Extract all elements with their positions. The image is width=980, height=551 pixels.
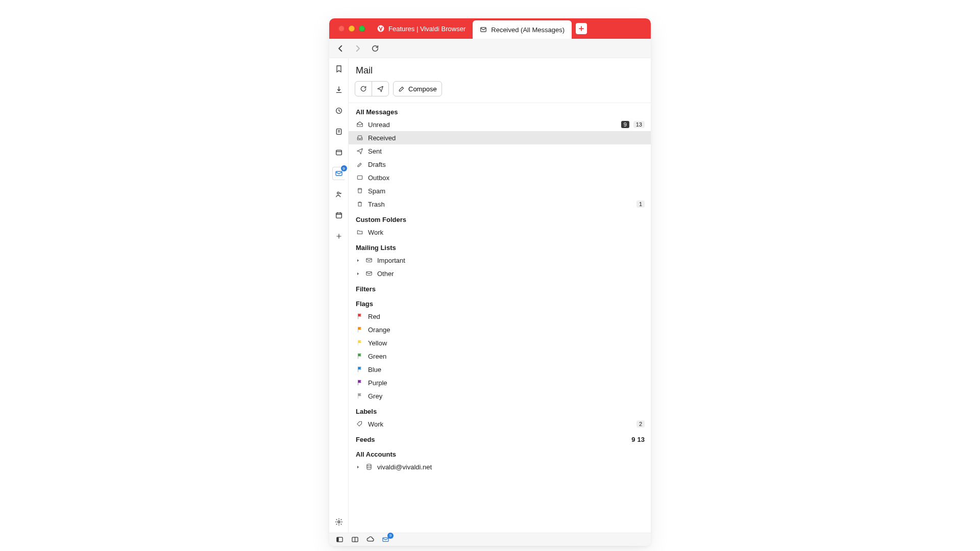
refresh-mail-button[interactable] — [355, 82, 372, 96]
folder-trash[interactable]: Trash 1 — [349, 197, 651, 211]
vivaldi-icon — [377, 25, 384, 32]
folder-drafts[interactable]: Drafts — [349, 158, 651, 171]
expand-icon[interactable] — [356, 271, 361, 276]
unread-badge: 9 — [621, 121, 629, 128]
tab-bar: Features | Vivaldi Browser Received (All… — [329, 18, 651, 39]
downloads-panel-button[interactable] — [332, 83, 346, 96]
flag-green[interactable]: Green — [349, 349, 651, 363]
mail-unread-badge: 9 — [341, 165, 347, 171]
database-icon — [365, 463, 373, 471]
window-close-button[interactable] — [338, 26, 345, 32]
tab-received[interactable]: Received (All Messages) — [473, 20, 572, 39]
settings-panel-button[interactable] — [332, 515, 346, 529]
label-label: Work — [368, 420, 632, 428]
section-filters: Filters — [349, 280, 651, 295]
calendar-panel-button[interactable] — [332, 209, 346, 222]
section-all-accounts: All Accounts — [349, 445, 651, 460]
list-label: Other — [377, 270, 645, 278]
svg-point-8 — [338, 521, 340, 523]
folder-label: Work — [368, 229, 645, 236]
tag-icon — [356, 420, 364, 428]
mailing-list-important[interactable]: Important — [349, 254, 651, 267]
flag-label: Blue — [368, 366, 645, 373]
compose-label: Compose — [408, 85, 437, 93]
flag-label: Purple — [368, 379, 645, 387]
browser-window: Features | Vivaldi Browser Received (All… — [329, 18, 651, 546]
window-panel-button[interactable] — [332, 146, 346, 159]
svg-point-6 — [337, 192, 339, 194]
flag-icon — [356, 365, 364, 373]
svg-point-12 — [367, 464, 371, 466]
trash-count-badge: 1 — [636, 201, 645, 208]
label-work[interactable]: Work 2 — [349, 417, 651, 431]
mail-status-badge: 9 — [387, 533, 394, 539]
notes-panel-button[interactable] — [332, 125, 346, 138]
list-icon — [365, 269, 373, 278]
folder-label: Unread — [368, 121, 617, 129]
tab-label: Features | Vivaldi Browser — [388, 25, 465, 33]
flag-yellow[interactable]: Yellow — [349, 336, 651, 349]
mail-panel-button[interactable]: 9 — [332, 167, 346, 180]
sent-icon — [356, 147, 364, 155]
svg-rect-14 — [336, 537, 338, 542]
list-label: Important — [377, 257, 645, 264]
outbox-icon — [356, 173, 364, 182]
account-row[interactable]: vivaldi@vivaldi.net — [349, 460, 651, 473]
window-fullscreen-button[interactable] — [359, 26, 365, 32]
section-feeds[interactable]: Feeds 9 13 — [349, 431, 651, 445]
folder-label: Spam — [368, 187, 645, 195]
expand-icon[interactable] — [356, 465, 361, 469]
send-receive-button[interactable] — [372, 82, 388, 96]
mail-icon — [480, 26, 487, 33]
panel-toggle-button[interactable] — [334, 535, 345, 545]
section-labels: Labels — [349, 403, 651, 417]
mail-status-button[interactable]: 9 — [380, 535, 390, 545]
window-controls — [333, 26, 370, 32]
status-bar: 9 — [329, 533, 651, 546]
section-label: Feeds — [356, 436, 631, 443]
flag-red[interactable]: Red — [349, 310, 651, 323]
mail-panel-toolbar: Compose — [349, 79, 651, 103]
section-custom-folders: Custom Folders — [349, 211, 651, 226]
window-minimize-button[interactable] — [349, 26, 355, 32]
unread-total-badge: 13 — [633, 121, 645, 128]
folder-unread[interactable]: Unread 9 13 — [349, 118, 651, 131]
expand-icon[interactable] — [356, 258, 361, 263]
folder-spam[interactable]: Spam — [349, 184, 651, 197]
custom-folder-work[interactable]: Work — [349, 226, 651, 239]
flag-icon — [356, 352, 364, 360]
section-all-messages: All Messages — [349, 103, 651, 118]
content-area: 9 Mail — [329, 58, 651, 533]
contacts-panel-button[interactable] — [332, 188, 346, 201]
flag-label: Orange — [368, 326, 645, 334]
flag-icon — [356, 379, 364, 387]
flag-orange[interactable]: Orange — [349, 323, 651, 336]
section-flags: Flags — [349, 295, 651, 310]
compose-button[interactable]: Compose — [394, 82, 442, 96]
history-panel-button[interactable] — [332, 104, 346, 117]
bookmarks-panel-button[interactable] — [332, 62, 346, 76]
flag-grey[interactable]: Grey — [349, 389, 651, 403]
svg-rect-4 — [336, 150, 341, 155]
flag-icon — [356, 312, 364, 320]
reload-button[interactable] — [369, 42, 381, 55]
panel-title: Mail — [349, 58, 651, 79]
new-tab-button[interactable] — [576, 23, 587, 34]
folder-received[interactable]: Received — [349, 131, 651, 144]
flag-purple[interactable]: Purple — [349, 376, 651, 389]
mailing-list-other[interactable]: Other — [349, 267, 651, 280]
folder-label: Trash — [368, 201, 632, 208]
flag-label: Red — [368, 313, 645, 320]
add-panel-button[interactable] — [332, 230, 346, 243]
flag-icon — [356, 339, 364, 347]
drafts-icon — [356, 160, 364, 168]
forward-button[interactable] — [352, 42, 364, 55]
back-button[interactable] — [334, 42, 347, 55]
folder-sent[interactable]: Sent — [349, 144, 651, 158]
flag-blue[interactable]: Blue — [349, 363, 651, 376]
tiling-button[interactable] — [350, 535, 360, 545]
folder-outbox[interactable]: Outbox — [349, 171, 651, 184]
tab-features[interactable]: Features | Vivaldi Browser — [370, 18, 473, 39]
sync-button[interactable] — [365, 535, 375, 545]
feeds-unread-badge: 9 — [631, 436, 635, 443]
